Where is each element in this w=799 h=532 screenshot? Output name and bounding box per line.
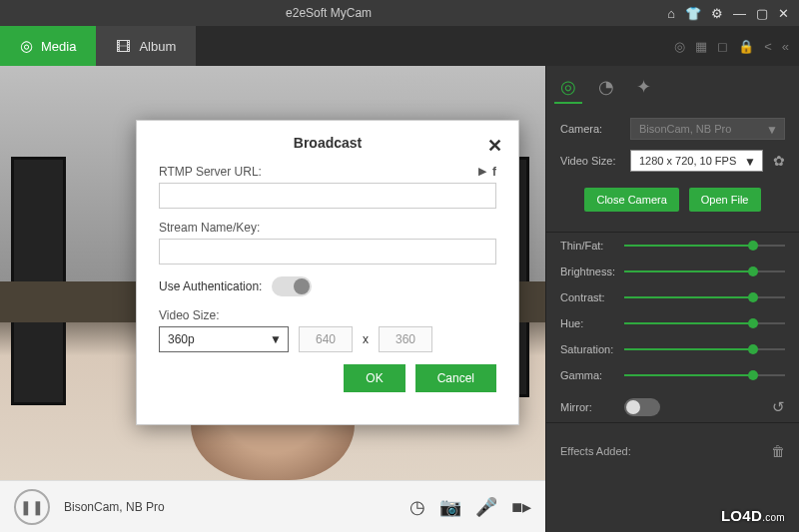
slider-label: Saturation: [560,343,624,355]
gauge-tab-icon[interactable]: ◔ [598,76,614,104]
dialog-title: Broadcast [294,135,362,151]
mic-icon[interactable]: 🎤 [475,496,497,518]
stream-key-input[interactable] [159,239,496,265]
slider-contrast: Contrast: [560,290,785,304]
slider-track[interactable] [624,290,785,304]
dialog-vsize-label: Video Size: [159,308,220,322]
slider-brightness: Brightness: [560,265,785,278]
slider-track[interactable] [624,265,785,278]
timer-icon[interactable]: ◷ [409,496,425,518]
videosize-settings-icon[interactable]: ✿ [773,153,785,169]
slider-label: Contrast: [560,291,624,303]
slider-label: Brightness: [560,266,624,277]
effects-added-label: Effects Added: [560,445,631,457]
slider-track[interactable] [624,239,785,253]
gear-icon[interactable]: ⚙ [711,6,723,21]
trash-icon[interactable]: 🗑 [771,443,785,459]
slider-label: Hue: [560,317,624,329]
album-icon: 🎞 [116,38,131,55]
chevron-down-icon: ▼ [744,155,756,169]
camera-select[interactable]: BisonCam, NB Pro ▼ [630,118,785,140]
minimize-icon[interactable]: — [733,6,746,21]
window-controls: ⌂ 👕 ⚙ — ▢ ✕ [657,6,799,21]
top-tabbar: ◎ Media 🎞 Album ◎ ▦ ◻ 🔒 < « [0,26,799,66]
chevron-down-icon: ▼ [766,123,778,137]
width-input[interactable] [299,326,353,352]
top-toolbar: ◎ ▦ ◻ 🔒 < « [674,26,799,66]
right-tabs: ◎ ◔ ✦ [560,76,785,104]
ok-button[interactable]: OK [344,364,404,392]
videosize-label: Video Size: [560,155,620,167]
cancel-button[interactable]: Cancel [415,364,496,392]
pause-button[interactable]: ❚❚ [14,489,50,525]
camera-tab-icon[interactable]: ◎ [560,76,576,104]
lock-icon[interactable]: 🔒 [738,39,754,54]
rtmp-label: RTMP Server URL: [159,165,262,179]
mirror-label: Mirror: [560,401,624,413]
watermark: LO4D.com [721,507,785,524]
auth-toggle[interactable] [272,276,312,296]
slider-label: Thin/Fat: [560,240,624,252]
height-input[interactable] [379,326,432,352]
app-title: e2eSoft MyCam [0,6,657,20]
record-icon[interactable]: ■▸ [511,496,531,518]
youtube-icon[interactable]: ▶ [478,165,486,179]
home-icon[interactable]: ⌂ [667,6,675,21]
videosize-select[interactable]: 1280 x 720, 10 FPS ▼ [630,150,763,172]
rtmp-input[interactable] [159,183,496,209]
share-icon[interactable]: < [764,39,772,54]
right-panel: ◎ ◔ ✦ Camera: BisonCam, NB Pro ▼ Video S… [545,66,799,532]
shirt-icon[interactable]: 👕 [685,6,701,21]
media-icon: ◎ [20,37,33,55]
videosize-value: 1280 x 720, 10 FPS [639,155,736,167]
dialog-videosize-select[interactable]: 360p ▼ [159,326,289,352]
slider-gamma: Gamma: [560,368,785,382]
bottom-bar: ❚❚ BisonCam, NB Pro ◷ 📷 🎤 ■▸ [0,480,545,532]
camera-select-value: BisonCam, NB Pro [639,123,731,135]
stream-key-label: Stream Name/Key: [159,221,260,235]
snapshot-icon[interactable]: 📷 [439,496,461,518]
slider-track[interactable] [624,316,785,330]
slider-thinfat: Thin/Fat: [560,239,785,253]
collapse-icon[interactable]: « [782,39,789,54]
titlebar: e2eSoft MyCam ⌂ 👕 ⚙ — ▢ ✕ [0,0,799,26]
effects-tab-icon[interactable]: ✦ [636,76,651,104]
reset-icon[interactable]: ↺ [772,398,785,416]
tab-media-label: Media [41,39,76,54]
slider-track[interactable] [624,368,785,382]
qr-icon[interactable]: ▦ [695,39,707,54]
camera-label: Camera: [560,123,620,135]
mirror-toggle[interactable] [624,398,660,416]
slider-hue: Hue: [560,316,785,330]
camera-name-label: BisonCam, NB Pro [64,500,165,514]
broadcast-dialog: Broadcast ✕ RTMP Server URL: ▶ f Stream … [136,120,519,425]
auth-label: Use Authentication: [159,279,262,293]
facebook-icon[interactable]: f [492,165,496,179]
slider-label: Gamma: [560,369,624,381]
close-camera-button[interactable]: Close Camera [584,188,678,212]
dialog-vsize-value: 360p [168,332,195,346]
tab-media[interactable]: ◎ Media [0,26,96,66]
broadcast-icon[interactable]: ◎ [674,39,685,54]
tab-album[interactable]: 🎞 Album [96,26,196,66]
crop-icon[interactable]: ◻ [717,39,728,54]
dialog-close-icon[interactable]: ✕ [487,135,502,157]
chevron-down-icon: ▼ [270,332,282,346]
tab-album-label: Album [139,39,176,54]
maximize-icon[interactable]: ▢ [756,6,768,21]
slider-saturation: Saturation: [560,342,785,356]
open-file-button[interactable]: Open File [689,188,761,212]
slider-track[interactable] [624,342,785,356]
close-icon[interactable]: ✕ [778,6,789,21]
dim-x: x [363,332,369,346]
